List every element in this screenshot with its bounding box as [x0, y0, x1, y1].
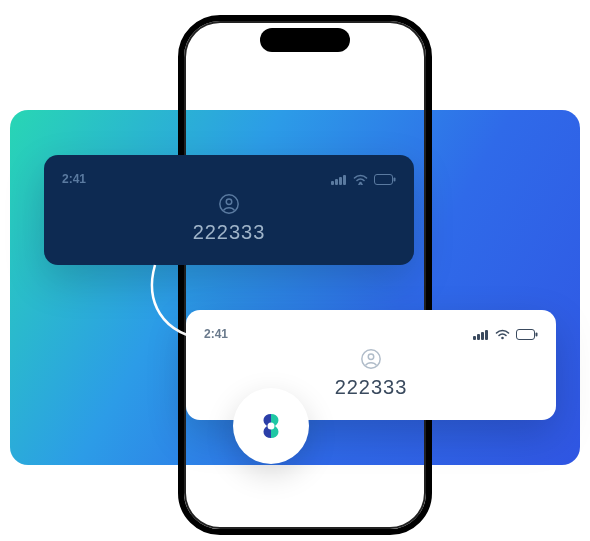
- signal-icon: [331, 174, 347, 185]
- svg-rect-15: [536, 332, 538, 336]
- brand-logo-badge: [233, 388, 309, 464]
- svg-rect-12: [485, 330, 488, 340]
- phone-notch: [260, 28, 350, 52]
- status-time: 2:41: [204, 327, 228, 341]
- status-icons: [473, 329, 538, 340]
- svg-point-18: [268, 423, 275, 430]
- card-before: 2:41 222333: [44, 155, 414, 265]
- svg-point-17: [368, 354, 374, 360]
- sender-code: 222333: [193, 221, 266, 244]
- svg-point-13: [501, 336, 504, 339]
- svg-rect-0: [331, 181, 334, 185]
- svg-point-4: [359, 181, 362, 184]
- status-bar: 2:41: [62, 171, 396, 187]
- sender-code: 222333: [335, 376, 408, 399]
- svg-rect-9: [473, 336, 476, 340]
- battery-icon: [516, 329, 538, 340]
- user-icon: [218, 193, 240, 215]
- user-icon: [360, 348, 382, 370]
- status-bar: 2:41: [204, 326, 538, 342]
- svg-rect-5: [375, 174, 393, 184]
- svg-rect-6: [394, 177, 396, 181]
- wifi-icon: [353, 174, 368, 185]
- svg-rect-10: [477, 334, 480, 340]
- svg-rect-3: [343, 175, 346, 185]
- battery-icon: [374, 174, 396, 185]
- svg-rect-1: [335, 179, 338, 185]
- brand-logo-icon: [253, 408, 289, 444]
- signal-icon: [473, 329, 489, 340]
- svg-rect-11: [481, 332, 484, 340]
- wifi-icon: [495, 329, 510, 340]
- svg-rect-14: [517, 329, 535, 339]
- svg-point-8: [226, 199, 232, 205]
- svg-rect-2: [339, 177, 342, 185]
- status-icons: [331, 174, 396, 185]
- status-time: 2:41: [62, 172, 86, 186]
